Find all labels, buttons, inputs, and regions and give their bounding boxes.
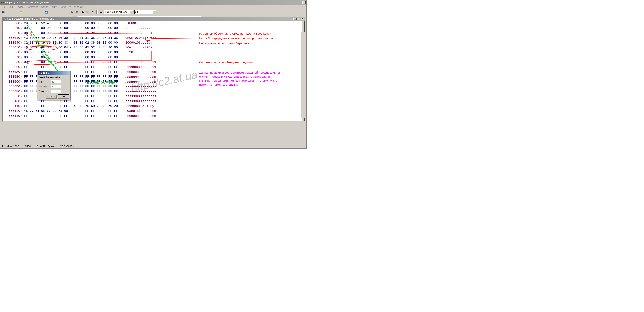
hex-ascii: ........200804.. [118,31,156,35]
dialog-instruction: Insert the new value [39,76,69,79]
hex-row[interactable]: 000010) 00 00 00 00 00 00 00 00 - 00 00 … [2,26,305,30]
hex-row[interactable]: 000040) 32 30 30 39 30 31 30 33 - 00 00 … [2,40,305,45]
print-icon[interactable]: 🖶 [80,10,85,14]
hex-bytes[interactable]: 32 30 30 39 30 31 30 33 - 00 00 02 38 00… [22,41,118,45]
hex-ascii: ........яяяяяяяя [118,60,156,64]
hex-ascii: яяяяяяяяяяяяяяяя [118,85,156,88]
hex-bytes[interactable]: 00 0B 32 62 00 00 00 00 - 00 00 00 00 00… [22,51,118,54]
hex-ascii: яяяяяяяяяяяяяяяя [118,75,156,78]
toolbar-main: ▤ 📂 💾 ↻ ▧ 🖶 🔍 ? ◆ I2C Bus 8bit eeprom 24… [0,9,306,15]
hex-ascii: яяяяяяяяяяяяяяяя [118,94,156,98]
cancel-button[interactable]: Cancel [46,94,57,99]
hex-input[interactable] [51,80,62,84]
hex-bytes[interactable]: 08 00 00 00 00 00 00 00 - 32 30 30 38 30… [22,31,118,35]
reload-icon[interactable]: ↻ [70,10,74,14]
hex-ascii: Hwang.skяяяяяяяя [118,109,156,113]
hex-bytes[interactable]: 00 00 00 00 00 00 00 00 - 00 00 00 00 00… [22,26,118,30]
hex-row[interactable]: 000000) 20 58 45 52 4F 58 20 00 - 00 00 … [2,21,305,26]
menu-script[interactable]: Script [41,6,48,8]
hex-ascii: ..2b............ [118,51,156,54]
char-label: Char [39,90,50,93]
anno-drum-info: Информация о состоянии барабана [199,42,249,45]
hex-ascii: FСњї.... XEROX . [118,46,156,50]
menu-device[interactable]: Device [16,6,24,8]
hex-ascii: ................ [118,26,156,30]
child-minimize-button[interactable]: _ [294,18,297,20]
scroll-up-button[interactable]: ▲ [302,21,305,24]
menu-file[interactable]: File [2,6,6,8]
status-crc: CRC C915h [60,145,74,148]
hex-row[interactable]: 000060) 00 0B 32 62 00 00 00 00 - 00 00 … [2,50,305,55]
hex-row[interactable]: 000080) 00 00 00 00 00 00 00 00 - FF FF … [2,60,305,65]
status-size: Size 512 Bytes [37,145,54,148]
hex-bytes[interactable]: 46 D1 9C BF 00 00 00 04 - 20 58 45 52 4F… [22,46,118,50]
device-select[interactable]: 2404 [134,10,156,14]
decimal-label: Decimal [39,85,50,88]
menu-setup[interactable]: Setup [60,6,66,8]
app-icon: 📟 [1,1,4,4]
hex-ascii: яяяяяяяяяяяяяяяя [118,70,156,74]
menu-window[interactable]: Window [74,6,82,8]
hex-address: 0000B0) [8,75,22,78]
ok-button[interactable]: OK [58,94,69,99]
hex-address: 000110) [8,104,22,108]
hex-bytes[interactable]: FF FF FF FF FF FF FF FF - FF FF FF FF FF… [22,114,118,118]
scroll-thumb[interactable] [302,24,305,32]
hex-address: 000080) [8,60,22,64]
hex-row[interactable]: 000090) FF FF FF FF FF FF FF FF - FF FF … [2,65,305,70]
hex-address: 000020) [8,31,22,35]
hex-bytes[interactable]: 00 00 00 00 00 00 00 00 - 00 00 00 00 00… [22,56,118,59]
edit-buffer-dialog: Edit Buffer Insert the new value Hex Dec… [37,71,71,100]
char-input[interactable] [51,90,62,93]
hex-bytes[interactable]: FF FF FF FF FF FF FF FF - 43 72 75 6D 20… [22,104,118,108]
hex-editor-window: 🔧 F:\video\WWW01\36277\Xerox PE220\02s.e… [2,16,305,122]
minimize-button[interactable]: _ [302,1,306,4]
hex-address: 000130) [8,114,22,118]
new-icon[interactable]: ▤ [1,10,6,14]
hex-bytes[interactable]: 00 00 00 00 00 00 00 00 - FF FF FF FF FF… [22,60,118,64]
hex-viewport[interactable]: 000000) 20 58 45 52 4F 58 20 00 - 00 00 … [2,21,305,122]
menu-command[interactable]: Command [26,6,38,8]
menu-utility[interactable]: Utility [50,6,57,8]
menu-edit[interactable]: Edit [8,6,13,8]
zoom-icon[interactable]: 🔍 [85,10,90,14]
hex-address: 000040) [8,41,22,45]
menubar: File Edit Device Command Script Utility … [0,4,306,9]
anno-firmware-2: отличия только в № картриджа и дате изго… [199,75,272,78]
decimal-input[interactable] [51,85,62,88]
bus-select-value: I2C Bus 8bit eeprom [105,10,127,13]
hex-row[interactable]: 000070) 00 00 00 00 00 00 00 00 - 00 00 … [2,55,305,60]
chip-icon[interactable]: ◆ [99,10,104,14]
child-title-text: F:\video\WWW01\36277\Xerox PE220\02s.e2p [7,18,54,20]
scroll-down-button[interactable]: ▼ [302,118,305,122]
hex-address: 0000A0) [8,70,22,74]
anno-buffer: Буфер обмена [86,80,115,84]
open-icon[interactable]: 📂 [18,10,23,14]
vertical-scrollbar[interactable]: ▲ ▼ [302,21,305,122]
anno-firmware-1: Данная прошивка соответствует исходной п… [199,71,280,74]
hex-bytes[interactable]: 43 52 55 4D 2D 30 36 30 - 34 31 31 35 34… [22,36,118,40]
hex-address: 000090) [8,66,22,69]
child-maximize-button[interactable]: □ [297,18,300,20]
hex-bytes[interactable]: 48 77 61 6E 67 2E 73 6B - FF FF FF FF FF… [22,109,118,113]
anno-cartridge-volume: Изменяем объем картриджа, вот так, на 80… [199,32,271,35]
hex-bytes[interactable]: 20 58 45 52 4F 58 20 00 - 00 00 00 00 00… [22,22,118,25]
child-titlebar: 🔧 F:\video\WWW01\36277\Xerox PE220\02s.e… [2,17,305,21]
hex-ascii: XEROX ......... [118,22,156,25]
hex-address: 0000D0) [8,85,22,88]
hex-bytes[interactable]: FF FF FF FF FF FF FF FF - FF FF FF FF FF… [22,66,118,69]
hex-address: 000010) [8,26,22,30]
save-icon[interactable]: 💾 [44,10,49,14]
hex-row[interactable]: 000050) 46 D1 9C BF 00 00 00 04 - 20 58 … [2,45,305,50]
hex-row[interactable]: 000130) FF FF FF FF FF FF FF FF - FF FF … [2,114,305,118]
chip-small-icon: 🔧 [4,18,6,20]
anno-firmware-4: изменять номер картриджа. [199,83,238,86]
help-icon[interactable]: ? [90,10,95,14]
child-close-button[interactable]: × [301,18,304,20]
device-select-value: 2404 [135,10,141,13]
hex-row[interactable]: 000110) FF FF FF FF FF FF FF FF - 43 72 … [2,104,305,108]
readall-icon[interactable]: ▧ [75,10,80,14]
bus-select[interactable]: I2C Bus 8bit eeprom [104,10,134,14]
hex-row[interactable]: 000120) 48 77 61 6E 67 2E 73 6B - FF FF … [2,108,305,113]
menu-help[interactable]: ? [69,6,70,8]
